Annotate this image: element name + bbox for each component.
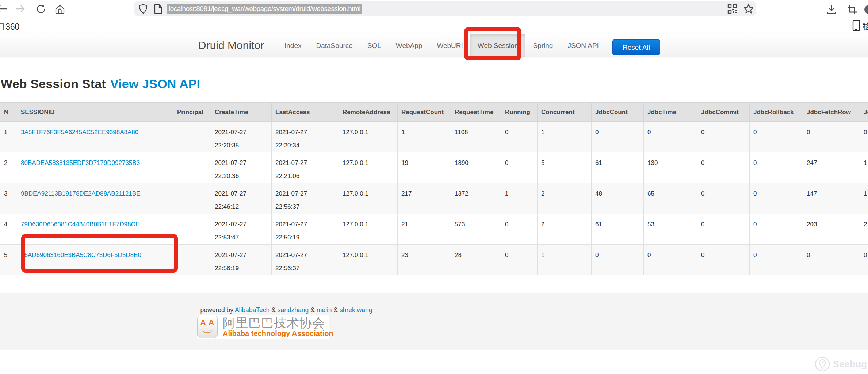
alibaba-key-icon: A A xyxy=(197,316,218,338)
col-header-lastaccess: LastAccess xyxy=(272,103,339,122)
cell-create: 2021-07-2722:46:12 xyxy=(211,183,272,214)
home-icon[interactable] xyxy=(55,5,65,14)
qr-code-icon[interactable] xyxy=(727,4,737,14)
col-header-requestcount: RequestCount xyxy=(398,103,451,122)
back-icon[interactable] xyxy=(0,5,7,13)
logo-en-text: Alibaba technology Association xyxy=(223,329,333,337)
nav-item-webapp[interactable]: WebApp xyxy=(389,34,430,57)
col-header-principal: Principal xyxy=(173,103,211,122)
cell-request_time: 1890 xyxy=(451,152,501,183)
cell-jdbc_rollback: 0 xyxy=(750,214,803,245)
seebug-icon xyxy=(814,356,830,372)
screenshot-icon[interactable] xyxy=(847,5,857,15)
col-header-jdbcrollback: JdbcRollback xyxy=(750,103,803,122)
cell-request_count: 21 xyxy=(398,214,451,245)
nav-item-sql[interactable]: SQL xyxy=(360,34,389,57)
cell-create: 2021-07-2722:20:36 xyxy=(211,152,272,183)
cell-request_time: 28 xyxy=(451,245,501,275)
reset-all-button[interactable]: Reset All xyxy=(612,39,660,55)
cell-jdbc_time: 0 xyxy=(644,245,697,275)
annotation-box-web-session xyxy=(464,27,521,60)
nav-item-spring[interactable]: Spring xyxy=(525,34,560,57)
table-row: 39BDEA92113B19178DE2AD88AB21121BE2021-07… xyxy=(0,183,868,214)
col-header-jdbcupdatecount: JdbcUpdateCount xyxy=(860,103,868,122)
cell-jdbc_fetch_row: 0 xyxy=(803,122,860,152)
nav-item-datasource[interactable]: DataSource xyxy=(309,34,360,57)
view-json-api-link[interactable]: View JSON API xyxy=(110,77,200,91)
refresh-icon[interactable] xyxy=(36,5,46,14)
cell-principal xyxy=(173,122,211,152)
col-header-n: N xyxy=(0,103,17,122)
page-title: Web Session StatView JSON API xyxy=(1,77,200,91)
cell-jdbc_rollback: 0 xyxy=(750,152,803,183)
cell-jdbc_time: 130 xyxy=(644,152,697,183)
annotation-box-session-id xyxy=(21,234,178,273)
cell-jdbc_time: 65 xyxy=(644,183,697,214)
cell-remote: 127.0.0.1 xyxy=(339,122,398,152)
cell-n: 5 xyxy=(0,245,17,275)
cell-jdbc_fetch_row: 203 xyxy=(803,214,860,245)
download-icon[interactable] xyxy=(826,5,837,14)
cell-principal xyxy=(173,245,211,275)
cell-jdbc_update: 2 xyxy=(860,214,868,245)
table-row: 13A5F1F76F3F5A6245AC52EE9398A8A802021-07… xyxy=(0,122,868,152)
cell-running: 0 xyxy=(501,152,538,183)
page-icon[interactable] xyxy=(154,4,162,14)
cell-jdbc_fetch_row: 147 xyxy=(803,183,860,214)
session-link[interactable]: 80BADEA5838135EDF3D7179D092735B3 xyxy=(21,159,140,166)
col-header-remoteaddress: RemoteAddress xyxy=(339,103,398,122)
cell-remote: 127.0.0.1 xyxy=(339,245,398,275)
cell-last: 2021-07-2722:56:37 xyxy=(272,245,339,275)
cell-jdbc_rollback: 0 xyxy=(750,183,803,214)
col-header-jdbctime: JdbcTime xyxy=(644,103,697,122)
cell-last: 2021-07-2722:20:34 xyxy=(272,122,339,152)
col-header-concurrent: Concurrent xyxy=(538,103,592,122)
session-link[interactable]: 3A5F1F76F3F5A6245AC52EE9398A8A80 xyxy=(21,129,138,136)
cell-concurrent: 2 xyxy=(538,214,592,245)
nav-item-index[interactable]: Index xyxy=(277,34,309,57)
cell-remote: 127.0.0.1 xyxy=(339,183,398,214)
mobile-label[interactable]: 移 xyxy=(863,20,868,32)
credit-link[interactable]: AlibabaTech xyxy=(235,306,269,314)
credit-link[interactable]: melin xyxy=(317,306,332,314)
cell-request_count: 1 xyxy=(398,122,451,152)
browser-toolbar: localhost:8081/jeecg_war/webpage/system/… xyxy=(0,0,868,17)
cell-last: 2021-07-2722:56:19 xyxy=(272,214,339,245)
shield-icon[interactable] xyxy=(139,4,148,14)
mobile-icon[interactable] xyxy=(852,20,860,31)
credit-link[interactable]: shrek.wang xyxy=(340,306,372,314)
cell-jdbc_commit: 0 xyxy=(697,152,750,183)
brand-title[interactable]: Druid Monitor xyxy=(198,34,264,57)
nav-items: IndexDataSourceSQLWebAppWebURIWeb Sessio… xyxy=(277,34,606,57)
col-header-jdbccount: JdbcCount xyxy=(592,103,644,122)
cell-jdbc_commit: 0 xyxy=(697,245,750,275)
cell-request_count: 23 xyxy=(398,245,451,275)
bookmark-star-icon[interactable] xyxy=(743,4,754,14)
logo-cjk-text: 阿里巴巴技术协会 xyxy=(223,316,333,329)
cell-principal xyxy=(173,152,211,183)
cell-create: 2021-07-2722:53:47 xyxy=(211,214,272,245)
cell-create: 2021-07-2722:56:19 xyxy=(211,245,272,275)
cell-running: 0 xyxy=(501,122,538,152)
url-text[interactable]: localhost:8081/jeecg_war/webpage/system/… xyxy=(167,4,362,14)
session-link[interactable]: 9BDEA92113B19178DE2AD88AB21121BE xyxy=(21,190,140,197)
cell-last: 2021-07-2722:56:37 xyxy=(272,183,339,214)
toolbar-edge-icon[interactable] xyxy=(864,5,868,14)
druid-navbar: Druid Monitor IndexDataSourceSQLWebAppWe… xyxy=(0,34,868,57)
cell-jdbc_rollback: 0 xyxy=(750,122,803,152)
cell-jdbc_update: 1 xyxy=(860,152,868,183)
cell-jdbc_update: 0 xyxy=(860,122,868,152)
credit-link[interactable]: sandzhang xyxy=(278,306,309,314)
cell-remote: 127.0.0.1 xyxy=(339,214,398,245)
cell-create: 2021-07-2722:20:35 xyxy=(211,122,272,152)
cell-n: 2 xyxy=(0,152,17,183)
bookmark-360[interactable]: 360 xyxy=(5,22,19,32)
session-link[interactable]: 79D630D656381C44340B0B1E1F7D98CE xyxy=(21,221,139,228)
forward-icon[interactable] xyxy=(16,5,25,13)
cell-principal xyxy=(173,183,211,214)
col-header-jdbccommit: JdbcCommit xyxy=(697,103,750,122)
cell-request_time: 573 xyxy=(451,214,501,245)
logo-smile-icon xyxy=(202,327,213,333)
cell-jdbc_commit: 0 xyxy=(697,183,750,214)
nav-item-json-api[interactable]: JSON API xyxy=(560,34,606,57)
